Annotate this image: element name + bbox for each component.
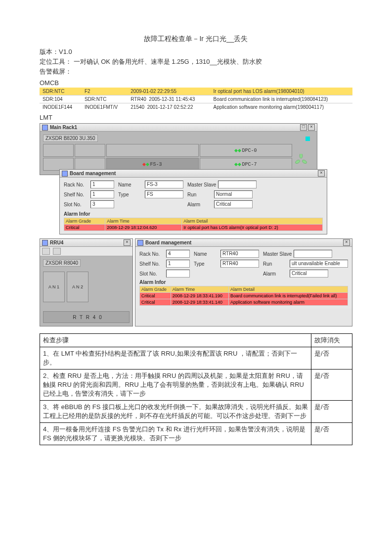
toolbar-button[interactable] <box>42 248 50 255</box>
omcb-row: INODE1F144 INODE1FMT/V 21540 2001-12-17 … <box>40 103 352 111</box>
rack-no-input[interactable]: 4 <box>166 250 190 258</box>
master-input[interactable] <box>294 250 332 258</box>
alarm-label: Alarm <box>187 202 212 207</box>
checklist-row: 1、在 LMT 中检查拓扑结构是否配置了该 RRU,如果没有配置该 RRU ，请… <box>40 347 352 370</box>
rru-slot-a1[interactable]: A N 1 <box>43 272 65 302</box>
toolbar-button[interactable] <box>53 248 61 255</box>
version-line: 版本：V1.0 <box>40 47 352 56</box>
main-rack-titlebar: Main Rack1 □ × <box>40 124 317 132</box>
window-icon <box>42 240 48 246</box>
rtr-label: R T R 4 0 <box>73 315 102 320</box>
tool-value: 一对确认 OK 的备用光纤、速率是 1.25G，1310__光模块、防水胶 <box>72 58 262 65</box>
check-step: 1、在 LMT 中检查拓扑结构是否配置了该 RRU,如果没有配置该 RRU ，请… <box>40 347 311 370</box>
omcb-h0: SDR:NTC <box>40 88 82 95</box>
check-header-result: 故障消失 <box>311 334 352 347</box>
slot-dpc7-label: DPC-7 <box>242 162 257 167</box>
alarm2-table: Alarm Grade Alarm Time Alarm Detail Crit… <box>139 286 348 306</box>
rack-no-label: Rack No. <box>64 182 88 187</box>
slot-no-input[interactable] <box>166 270 190 278</box>
alarm-infor-label: Alarm Infor <box>64 211 323 217</box>
close-icon[interactable]: × <box>124 239 131 246</box>
bm-titlebar: Board management × <box>60 170 327 178</box>
tool-label: 定位工具： <box>40 58 72 65</box>
check-header-step: 检查步骤 <box>40 334 311 347</box>
lmt-label: LMT <box>40 114 352 121</box>
page-title: 故障工程检查单－Ir 光口光__丢失 <box>40 35 352 44</box>
checklist-row: 3、将 eBBUB 的 FS 接口板上光口的收发光纤倒换一下。如果故障消失，说明… <box>40 401 352 423</box>
alarm-input[interactable]: Critical <box>214 200 253 208</box>
master-input[interactable] <box>218 181 257 188</box>
checklist-row: 4、用一根备用光纤连接 FS 告警光口的 Tx 和 Rx 进行光纤环回，如果告警… <box>40 423 352 445</box>
type-input[interactable]: FS <box>145 190 183 198</box>
alarm-input[interactable]: Critical <box>290 270 328 278</box>
main-rack-window: Main Rack1 □ × ZXSDR B8200 3U.350 DPC-0 <box>40 123 317 175</box>
close-icon[interactable]: × <box>308 124 315 131</box>
board-management2-window: Board management × Rack No.4 NameRTR40 M… <box>135 238 352 326</box>
rack-no-input[interactable]: 1 <box>90 181 114 188</box>
board-management-window: Board management × Rack No.1 NameFS-3 Ma… <box>59 169 327 234</box>
type-input[interactable]: RTR40 <box>220 260 259 268</box>
name-label: Name <box>118 182 143 187</box>
close-icon[interactable]: × <box>343 239 350 246</box>
status-dot-cyan <box>305 137 310 141</box>
check-result: 是/否 <box>311 401 352 423</box>
omcb-label: OMCB <box>40 79 352 87</box>
slot-empty[interactable] <box>75 144 105 157</box>
bm2-title: Board management <box>145 240 191 245</box>
omcb-row: SDR:104 SDR:NTC RTR40 2005-12-31 11:45:4… <box>40 95 352 103</box>
tool-line: 定位工具： 一对确认 OK 的备用光纤、速率是 1.25G，1310__光模块、… <box>40 57 352 66</box>
alarm-header-row: Alarm Grade Alarm Time Alarm Detail <box>64 218 323 225</box>
led-green <box>238 148 241 152</box>
svg-point-2 <box>295 159 301 164</box>
check-step: 4、用一根备用光纤连接 FS 告警光口的 Tx 和 Rx 进行光纤环回，如果告警… <box>40 423 311 445</box>
checklist-header: 检查步骤 故障消失 <box>40 334 352 347</box>
slot-dpc0-label: DPC-0 <box>242 148 257 153</box>
checklist-table: 检查步骤 故障消失 1、在 LMT 中检查拓扑结构是否配置了该 RRU,如果没有… <box>40 333 352 445</box>
run-input[interactable]: ult unavailable Enable <box>290 260 348 268</box>
window-icon <box>62 171 68 177</box>
master-label: Master Slave <box>187 182 216 187</box>
shelf-no-label: Shelf No. <box>64 192 88 197</box>
omcb-h2: 2009-01-02 22:29:55 <box>128 88 210 95</box>
main-rack-title: Main Rack1 <box>50 125 77 130</box>
omcb-table: SDR:NTC F2 2009-01-02 22:29:55 Ir optica… <box>40 88 352 111</box>
check-result: 是/否 <box>311 347 352 370</box>
led-green <box>146 162 149 166</box>
alarm-col-time: Alarm Time <box>105 218 182 225</box>
svg-point-1 <box>302 159 307 164</box>
run-input[interactable]: Normal <box>214 190 253 198</box>
name-input[interactable]: RTR40 <box>220 250 259 258</box>
slot-no-label: Slot No. <box>64 202 88 207</box>
alarm-row-critical[interactable]: Critical 2008-12-29 18:12:04.620 Ir opti… <box>64 225 323 231</box>
slot-empty[interactable] <box>43 144 74 157</box>
slot-empty[interactable] <box>106 144 199 157</box>
checklist-row: 2、检查 RRU 是否上电，方法：用手触摸 RRU 的四周以及机架，如果是太阳直… <box>40 370 352 401</box>
name-input[interactable]: FS-3 <box>145 181 183 188</box>
bm-form: Rack No.1 NameFS-3 Master Slave Shelf No… <box>60 178 327 234</box>
lower-pane: RRU4 × ZXSDR R8040 A N 1 A N 2 R T R 4 0… <box>40 236 352 326</box>
shelf-no-input[interactable]: 1 <box>166 260 190 268</box>
window-icon <box>137 240 143 246</box>
shelf-no-input[interactable]: 1 <box>90 190 114 198</box>
slot-no-input[interactable]: 3 <box>90 200 114 208</box>
alarm-row-critical[interactable]: Critical 2008-12-29 18:33:41.190 Board c… <box>140 293 348 299</box>
rtr-slot[interactable]: R T R 4 0 <box>43 311 130 323</box>
maximize-icon[interactable]: □ <box>300 124 307 131</box>
check-result: 是/否 <box>311 370 352 401</box>
rack-body: ZXSDR B8200 3U.350 DPC-0 FS-3 <box>40 132 317 175</box>
omcb-h1: F2 <box>82 88 128 95</box>
type-label: Type <box>118 192 143 197</box>
close-icon[interactable]: × <box>318 170 325 177</box>
rack-model-label: ZXSDR B8200 3U.350 <box>43 135 98 142</box>
rru-slot-a2[interactable]: A N 2 <box>67 272 88 302</box>
version-label: 版本： <box>40 48 59 55</box>
rru-model-label: ZXSDR R8040 <box>43 259 81 267</box>
rru-title: RRU4 <box>50 240 63 245</box>
omcb-header-row: SDR:NTC F2 2009-01-02 22:29:55 Ir optica… <box>40 88 352 95</box>
alarm-infor-label: Alarm Infor <box>139 279 348 285</box>
alarm-row-critical[interactable]: Critical 2008-12-29 18:33:41.140 Applica… <box>140 299 348 306</box>
led-green <box>238 162 241 166</box>
omcb-h3: Ir optical port has LOS alarm(198004010) <box>211 88 352 95</box>
rru-window: RRU4 × ZXSDR R8040 A N 1 A N 2 R T R 4 0 <box>40 238 133 326</box>
slot-dpc0[interactable]: DPC-0 <box>200 144 292 157</box>
